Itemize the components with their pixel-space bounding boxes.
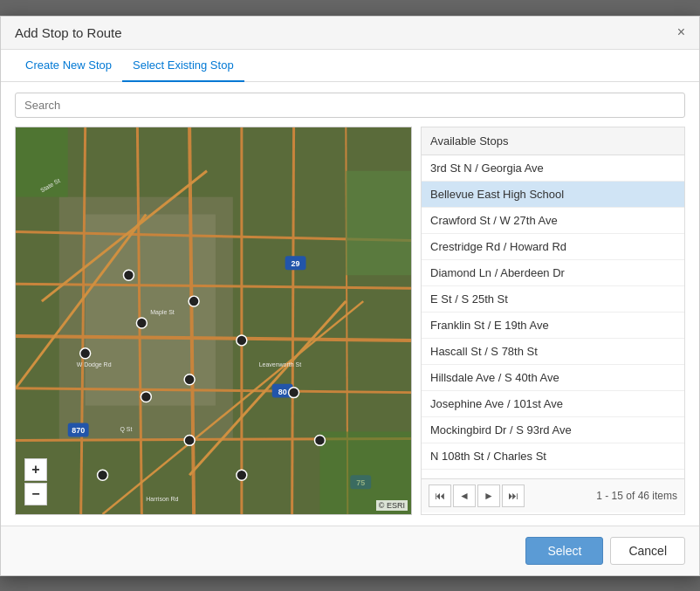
map-background: 29 80 870 75 [16,127,411,514]
dialog-footer: Select Cancel [1,526,699,575]
svg-point-37 [289,387,299,397]
stop-item-8[interactable]: Hillsdale Ave / S 40th Ave [422,365,684,391]
svg-text:80: 80 [278,387,287,395]
svg-text:Maple St: Maple St [150,309,175,316]
zoom-out-button[interactable]: − [24,483,47,505]
svg-point-29 [136,318,147,328]
page-navigation: ⏮ ◄ ► ⏭ [429,484,525,507]
svg-text:870: 870 [72,426,85,435]
stop-item-1[interactable]: Bellevue East High School [422,182,684,208]
stop-item-0[interactable]: 3rd St N / Georgia Ave [422,155,684,182]
add-stop-dialog: Add Stop to Route × Create New Stop Sele… [0,16,700,576]
stops-panel: Available Stops 3rd St N / Georgia Ave B… [421,127,685,515]
svg-point-33 [237,334,247,345]
svg-text:W Dodge Rd: W Dodge Rd [77,361,112,368]
stops-header: Available Stops [422,127,684,155]
page-info: 1 - 15 of 46 items [596,490,677,502]
stops-list: 3rd St N / Georgia Ave Bellevue East Hig… [422,155,684,478]
svg-point-30 [189,296,199,306]
zoom-in-button[interactable]: + [24,458,47,481]
stop-item-12[interactable]: N 38th St / Cass St [422,470,684,478]
svg-point-31 [184,374,195,384]
close-button[interactable]: × [677,25,685,39]
svg-point-40 [237,470,247,480]
svg-point-35 [80,347,91,358]
tab-select-existing-stop[interactable]: Select Existing Stop [122,50,244,82]
dialog-content: 29 80 870 75 [1,82,699,526]
next-page-button[interactable]: ► [477,484,500,507]
stop-item-9[interactable]: Josephine Ave / 101st Ave [422,391,684,417]
svg-point-32 [141,391,151,402]
svg-text:Q St: Q St [120,426,132,433]
dialog-title: Add Stop to Route [15,25,122,40]
map-zoom-controls: + − [24,458,47,505]
search-input[interactable] [15,93,685,118]
tab-bar: Create New Stop Select Existing Stop [1,50,699,82]
stop-item-3[interactable]: Crestridge Rd / Howard Rd [422,234,684,260]
esri-badge: © ESRI [376,500,408,511]
svg-line-12 [292,127,294,514]
svg-text:29: 29 [292,259,300,268]
stop-item-4[interactable]: Diamond Ln / Aberdeen Dr [422,260,684,286]
stop-item-10[interactable]: Mockingbird Dr / S 93rd Ave [422,417,684,443]
stop-item-11[interactable]: N 108th St / Charles St [422,443,684,470]
dialog-header: Add Stop to Route × [1,17,699,50]
map-svg: 29 80 870 75 [16,127,411,514]
main-area: 29 80 870 75 [15,127,685,515]
svg-text:Leavenworth St: Leavenworth St [259,361,301,367]
first-page-button[interactable]: ⏮ [429,484,451,507]
stop-item-2[interactable]: Crawford St / W 27th Ave [422,208,684,234]
svg-point-36 [98,470,108,480]
svg-rect-28 [346,170,411,274]
map-container: 29 80 870 75 [15,127,412,515]
prev-page-button[interactable]: ◄ [453,484,476,507]
stop-item-7[interactable]: Hascall St / S 78th St [422,339,684,365]
stop-item-5[interactable]: E St / S 25th St [422,286,684,313]
last-page-button[interactable]: ⏭ [502,484,525,507]
tab-create-new-stop[interactable]: Create New Stop [15,50,122,82]
cancel-button[interactable]: Cancel [610,537,685,565]
svg-point-34 [123,270,134,280]
svg-point-39 [314,435,325,445]
svg-text:Harrison Rd: Harrison Rd [146,496,178,502]
select-button[interactable]: Select [525,537,603,565]
pagination: ⏮ ◄ ► ⏭ 1 - 15 of 46 items [422,478,684,512]
stop-item-6[interactable]: Franklin St / E 19th Ave [422,313,684,339]
svg-point-38 [184,435,195,445]
